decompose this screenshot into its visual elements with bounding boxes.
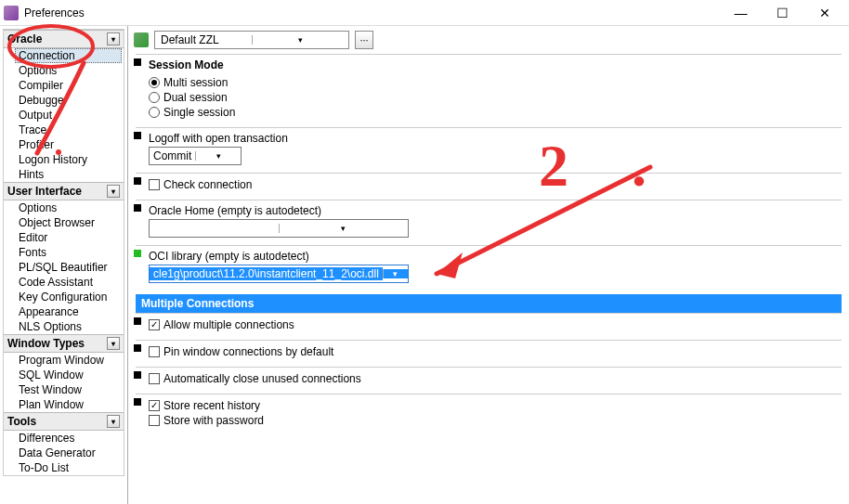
sidebar-item-appearance[interactable]: Appearance [4, 304, 124, 319]
chevron-down-icon[interactable]: ▾ [252, 35, 349, 45]
oracle-home-select[interactable]: ▾ [149, 219, 409, 238]
checkbox-label: Store with password [163, 414, 264, 427]
radio-icon [149, 107, 160, 118]
radio-dual-session[interactable]: Dual session [136, 90, 842, 105]
drag-handle-icon[interactable] [134, 371, 141, 379]
sidebar-item-key-config[interactable]: Key Configuration [4, 290, 124, 304]
logoff-value: Commit [150, 149, 195, 162]
sidebar-item-debugger[interactable]: Debugger [4, 93, 124, 108]
checkbox-label: Store recent history [163, 399, 260, 412]
sidebar-item-data-generator[interactable]: Data Generator [4, 446, 124, 460]
chevron-down-icon[interactable]: ▾ [383, 269, 408, 278]
chevron-down-icon[interactable]: ▾ [107, 415, 120, 428]
sidebar-item-nls-options[interactable]: NLS Options [4, 319, 124, 334]
drag-handle-icon[interactable] [134, 317, 141, 325]
category-oracle[interactable]: Oracle ▾ [4, 30, 124, 48]
category-window-types[interactable]: Window Types ▾ [4, 334, 124, 353]
chevron-down-icon[interactable]: ▾ [107, 185, 120, 198]
checkbox-label: Check connection [163, 178, 252, 191]
category-user-interface[interactable]: User Interface ▾ [4, 182, 124, 200]
sidebar-item-plsql-beautifier[interactable]: PL/SQL Beautifier [4, 260, 124, 275]
check-allow-multiple[interactable]: Allow multiple connections [136, 317, 842, 332]
sidebar-item-todo-list[interactable]: To-Do List [4, 460, 124, 475]
radio-icon [149, 92, 160, 103]
sidebar-item-hints[interactable]: Hints [4, 167, 124, 182]
sidebar-item-output[interactable]: Output [4, 108, 124, 123]
chevron-down-icon[interactable]: ▾ [107, 32, 120, 45]
main-panel: Default ZZL ▾ ··· Session Mode Multi ses… [128, 26, 849, 504]
chevron-down-icon[interactable]: ▾ [107, 337, 120, 350]
chevron-down-icon[interactable]: ▾ [279, 224, 409, 233]
radio-multi-session[interactable]: Multi session [136, 75, 842, 90]
profile-more-button[interactable]: ··· [355, 31, 373, 49]
drag-handle-icon[interactable] [134, 398, 141, 406]
sidebar-item-object-browser[interactable]: Object Browser [4, 215, 124, 230]
sidebar-item-profiler[interactable]: Profiler [4, 137, 124, 152]
radio-icon [149, 77, 160, 88]
sidebar-item-code-assistant[interactable]: Code Assistant [4, 275, 124, 290]
sidebar-item-program-window[interactable]: Program Window [4, 353, 124, 368]
sidebar-item-options[interactable]: Options [4, 63, 124, 78]
checkbox-icon [149, 400, 160, 411]
checkbox-label: Automatically close unused connections [163, 372, 361, 385]
sidebar-item-sql-window[interactable]: SQL Window [4, 368, 124, 382]
sidebar-item-differences[interactable]: Differences [4, 431, 124, 446]
drag-handle-icon[interactable] [134, 204, 141, 212]
category-tools[interactable]: Tools ▾ [4, 412, 124, 431]
app-icon [4, 6, 19, 20]
logoff-select[interactable]: Commit ▾ [149, 147, 242, 165]
section-oci-library: OCI library (empty is autodetect) cle1g\… [136, 245, 842, 291]
sidebar-item-fonts[interactable]: Fonts [4, 245, 124, 260]
sidebar[interactable]: Oracle ▾ Connection Options Compiler Deb… [0, 26, 128, 504]
titlebar: Preferences — ☐ ✕ [0, 0, 849, 26]
profile-selector[interactable]: Default ZZL ▾ [154, 31, 349, 49]
drag-handle-icon[interactable] [134, 344, 141, 352]
sidebar-item-logon-history[interactable]: Logon History [4, 152, 124, 167]
sidebar-item-editor[interactable]: Editor [4, 230, 124, 245]
sidebar-item-trace[interactable]: Trace [4, 123, 124, 137]
check-connection[interactable]: Check connection [136, 177, 842, 192]
drag-handle-icon[interactable] [134, 58, 141, 66]
radio-single-session[interactable]: Single session [136, 105, 842, 120]
session-mode-title: Session Mode [136, 58, 842, 71]
checkbox-label: Allow multiple connections [163, 318, 294, 331]
checkbox-icon [149, 319, 160, 330]
sidebar-item-compiler[interactable]: Compiler [4, 78, 124, 93]
sidebar-item-ui-options[interactable]: Options [4, 200, 124, 215]
profile-toolbar: Default ZZL ▾ ··· [128, 26, 849, 54]
radio-label: Single session [163, 106, 235, 119]
category-label: Oracle [7, 32, 42, 45]
sidebar-item-test-window[interactable]: Test Window [4, 382, 124, 397]
checkbox-icon [149, 373, 160, 384]
oci-select[interactable]: cle1g\product\11.2.0\instantclient_11_2\… [149, 265, 409, 283]
checkbox-label: Pin window connections by default [163, 345, 333, 358]
multiple-connections-header: Multiple Connections [136, 294, 842, 313]
drag-handle-icon[interactable] [134, 177, 141, 185]
check-store-password[interactable]: Store with password [136, 413, 842, 428]
drag-handle-icon[interactable] [134, 132, 141, 139]
category-label: Tools [7, 415, 36, 428]
radio-label: Multi session [163, 76, 228, 89]
checkbox-icon [149, 346, 160, 357]
maximize-button[interactable]: ☐ [762, 2, 803, 24]
section-pin: Pin window connections by default [136, 340, 842, 367]
section-check-connection: Check connection [136, 173, 842, 200]
section-history: Store recent history Store with password [136, 394, 842, 435]
close-button[interactable]: ✕ [803, 2, 845, 24]
category-label: User Interface [7, 185, 82, 198]
check-pin-connections[interactable]: Pin window connections by default [136, 344, 842, 359]
chevron-down-icon[interactable]: ▾ [195, 151, 241, 161]
check-store-history[interactable]: Store recent history [136, 398, 842, 413]
checkbox-icon [149, 415, 160, 426]
radio-label: Dual session [163, 91, 228, 104]
oci-label: OCI library (empty is autodetect) [136, 250, 842, 263]
check-auto-close[interactable]: Automatically close unused connections [136, 371, 842, 386]
section-auto-close: Automatically close unused connections [136, 367, 842, 394]
section-oracle-home: Oracle Home (empty is autodetect) ▾ [136, 200, 842, 245]
category-label: Window Types [7, 337, 85, 350]
drag-handle-icon[interactable] [134, 250, 141, 257]
sidebar-item-connection[interactable]: Connection [15, 48, 122, 63]
minimize-button[interactable]: — [720, 2, 762, 24]
sidebar-item-plan-window[interactable]: Plan Window [4, 397, 124, 412]
checkbox-icon [149, 179, 160, 190]
